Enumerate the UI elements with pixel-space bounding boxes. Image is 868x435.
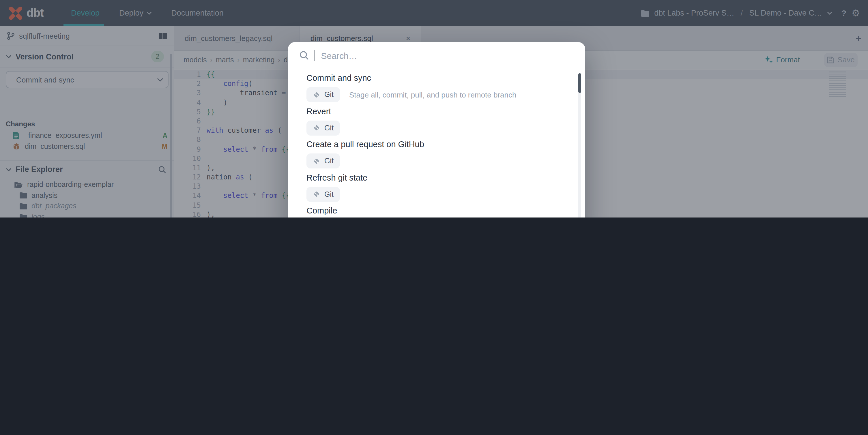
command-title: Commit and sync (306, 73, 517, 83)
command-list: Commit and syncGitStage all, commit, pul… (288, 73, 585, 218)
git-icon (313, 91, 320, 98)
command-title: Create a pull request on GitHub (306, 139, 424, 149)
palette-search-row[interactable]: Search… (288, 42, 585, 69)
command-item-create-a-pull-request-on-github[interactable]: Create a pull request on GitHubGit (306, 139, 424, 168)
command-title: Compile (306, 206, 363, 215)
git-icon (313, 190, 320, 198)
command-title: Revert (306, 106, 340, 116)
command-palette: Search… Commit and syncGitStage all, com… (288, 42, 585, 218)
command-item-commit-and-sync[interactable]: Commit and syncGitStage all, commit, pul… (306, 73, 517, 102)
git-badge: Git (306, 120, 340, 135)
git-badge: Git (306, 153, 340, 168)
command-title: Refresh git state (306, 173, 367, 182)
palette-scrollbar-track[interactable] (578, 73, 581, 218)
dbt-cloud-ide: dbt Develop Deploy Documentation dbt Lab… (0, 0, 868, 218)
command-item-refresh-git-state[interactable]: Refresh git stateGit (306, 173, 367, 201)
command-item-compile[interactable]: Compile⌘⇧Enter (306, 206, 363, 218)
git-badge: Git (306, 187, 340, 201)
command-item-revert[interactable]: RevertGit (306, 106, 340, 135)
palette-search-placeholder: Search… (321, 51, 357, 60)
git-badge: Git (306, 87, 340, 102)
git-icon (313, 124, 320, 131)
search-icon (300, 51, 309, 60)
text-caret (314, 50, 315, 61)
git-icon (313, 157, 320, 165)
palette-scrollbar-thumb[interactable] (578, 73, 581, 93)
command-description: Stage all, commit, pull, and push to rem… (349, 90, 517, 99)
